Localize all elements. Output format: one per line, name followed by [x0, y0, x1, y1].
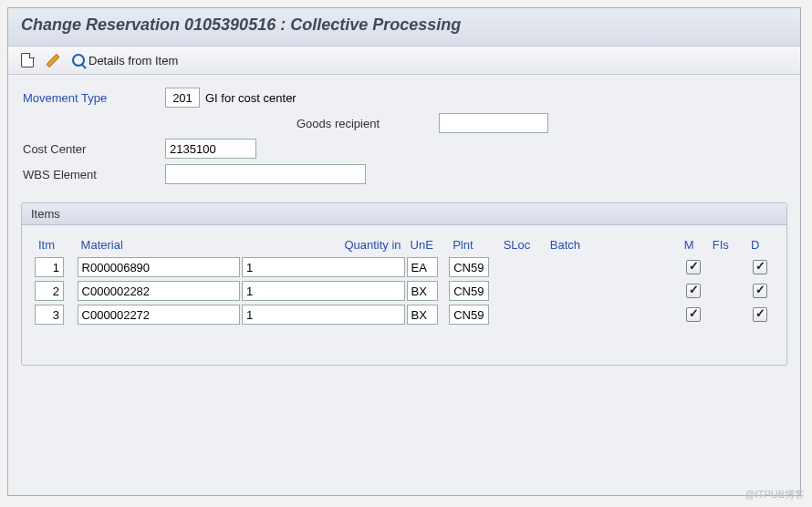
plnt-field[interactable]: [449, 257, 489, 277]
col-header-sloc: SLoc: [500, 236, 545, 254]
titlebar: Change Reservation 0105390516 : Collecti…: [8, 8, 800, 47]
movement-type-label: Movement Type: [23, 91, 160, 105]
table-header-row: Itm Material Quantity in UnE Plnt SLoc B…: [35, 236, 774, 254]
page-title: Change Reservation 0105390516 : Collecti…: [21, 16, 787, 35]
m-checkbox[interactable]: [686, 260, 701, 274]
itm-field[interactable]: [35, 281, 64, 301]
plnt-field[interactable]: [449, 305, 489, 325]
details-from-item-button[interactable]: Details from Item: [68, 50, 182, 70]
toolbar: Details from Item: [8, 47, 800, 75]
d-checkbox[interactable]: [753, 284, 767, 298]
document-icon: [21, 53, 34, 67]
d-checkbox[interactable]: [753, 307, 767, 322]
col-header-batch: Batch: [547, 236, 679, 254]
quantity-field[interactable]: [242, 305, 404, 325]
une-field[interactable]: [407, 305, 438, 325]
m-checkbox[interactable]: [686, 284, 701, 298]
plnt-field[interactable]: [449, 281, 489, 301]
material-field[interactable]: [78, 257, 240, 277]
cost-center-field[interactable]: [165, 139, 256, 159]
material-field[interactable]: [78, 305, 240, 325]
table-row: [35, 257, 774, 277]
cost-center-label: Cost Center: [23, 142, 160, 156]
edit-button[interactable]: [43, 50, 63, 70]
new-document-button[interactable]: [17, 50, 37, 70]
col-header-une: UnE: [407, 236, 448, 254]
watermark: @ITPUB博客: [744, 488, 805, 502]
form-area: Movement Type GI for cost center Goods r…: [8, 75, 800, 193]
une-field[interactable]: [407, 257, 438, 277]
itm-field[interactable]: [35, 257, 64, 277]
quantity-field[interactable]: [242, 281, 404, 301]
col-header-material: Material: [78, 236, 240, 254]
m-checkbox[interactable]: [686, 307, 701, 322]
col-header-plnt: Plnt: [449, 236, 498, 254]
une-field[interactable]: [407, 281, 438, 301]
movement-type-field[interactable]: [165, 88, 200, 108]
wbs-element-label: WBS Element: [23, 168, 160, 181]
itm-field[interactable]: [35, 305, 64, 325]
pencil-icon: [46, 53, 60, 67]
items-table: Itm Material Quantity in UnE Plnt SLoc B…: [33, 233, 776, 328]
table-row: [35, 305, 774, 325]
material-field[interactable]: [78, 281, 240, 301]
movement-type-text: GI for cost center: [205, 91, 297, 105]
wbs-element-field[interactable]: [165, 164, 366, 184]
goods-recipient-label: Goods recipient: [297, 117, 433, 130]
col-header-itm: Itm: [35, 236, 76, 254]
magnifier-icon: [72, 54, 85, 67]
d-checkbox[interactable]: [753, 260, 767, 274]
items-panel: Items Itm Material Quantity in UnE Plnt …: [21, 202, 787, 366]
items-body: Itm Material Quantity in UnE Plnt SLoc B…: [22, 225, 786, 365]
sap-window: Change Reservation 0105390516 : Collecti…: [7, 7, 801, 496]
col-header-fis: FIs: [709, 236, 745, 254]
goods-recipient-field[interactable]: [439, 113, 548, 133]
col-header-m: M: [681, 236, 707, 254]
details-label: Details from Item: [88, 54, 178, 67]
col-header-d: D: [747, 236, 774, 254]
table-row: [35, 281, 774, 301]
items-panel-title: Items: [22, 203, 786, 225]
col-header-quantity: Quantity in: [242, 236, 404, 254]
quantity-field[interactable]: [242, 257, 404, 277]
